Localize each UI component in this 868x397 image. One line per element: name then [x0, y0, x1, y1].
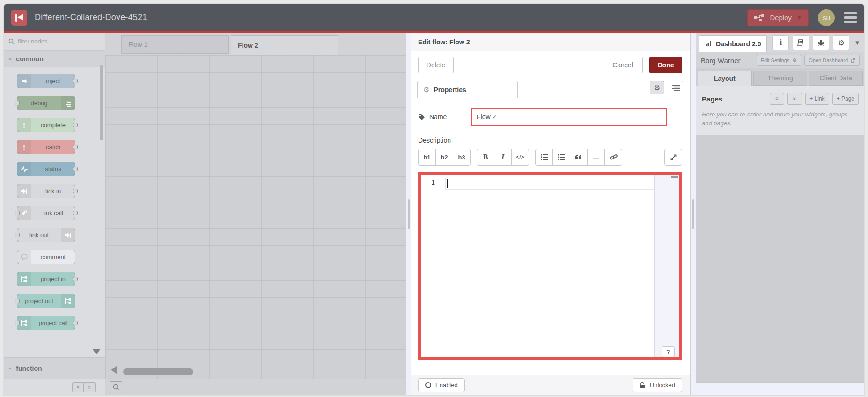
palette-node-project-out[interactable]: project out — [17, 294, 75, 308]
tab-properties[interactable]: ⚙ Properties — [417, 81, 518, 98]
canvas-zoom-button[interactable] — [110, 381, 122, 393]
add-link-button[interactable]: + Link — [805, 93, 829, 105]
status-wave-icon — [17, 162, 31, 176]
italic-button[interactable]: I — [494, 149, 512, 166]
output-port — [73, 321, 78, 325]
chevron-down-icon: › — [7, 58, 14, 60]
list-icon — [672, 85, 680, 91]
input-port — [15, 233, 20, 237]
sidebar-footer — [696, 382, 864, 395]
info-icon: i — [780, 38, 782, 47]
tray-resize-handle[interactable] — [408, 199, 410, 229]
node-red-window: Different-Collared-Dove-4521 Deploy ▼ su… — [4, 4, 864, 395]
info-tab-button[interactable]: i — [772, 35, 789, 50]
collapse-all-categories-button[interactable]: » — [72, 382, 84, 392]
flow-name-input[interactable] — [471, 108, 667, 126]
tray-resize-strip — [406, 33, 411, 395]
quote-icon — [575, 154, 582, 160]
palette-node-link-call[interactable]: link call — [17, 206, 75, 220]
external-link-icon — [851, 58, 855, 63]
help-tab-button[interactable] — [793, 35, 809, 50]
delete-button[interactable]: Delete — [418, 57, 454, 73]
palette-category-function[interactable]: › function — [4, 357, 105, 379]
tab-dashboard-2[interactable]: Dashboard 2.0 — [699, 35, 767, 53]
palette-node-link-out[interactable]: link out — [17, 228, 75, 242]
edit-settings-button[interactable]: Edit Settings ⚙ — [757, 55, 802, 66]
input-port — [15, 211, 20, 215]
workspace-grid[interactable] — [105, 55, 406, 379]
edit-flow-tray: Edit flow: Flow 2 Delete Cancel Done ⚙ P… — [411, 33, 690, 395]
code-button[interactable]: </> — [511, 149, 529, 166]
bold-button[interactable]: B — [477, 149, 494, 166]
palette-node-status[interactable]: status — [17, 162, 75, 176]
tab-flow-1[interactable]: Flow 1 — [121, 35, 229, 54]
tab-client-data[interactable]: Client Data — [809, 71, 863, 86]
user-avatar[interactable]: su — [818, 9, 835, 26]
flow-enabled-toggle[interactable]: Enabled — [418, 378, 465, 392]
horizontal-rule-button[interactable]: — — [587, 149, 605, 166]
tab-theming[interactable]: Theming — [753, 71, 808, 86]
unlocked-icon — [640, 382, 646, 389]
scroll-left-icon[interactable] — [111, 366, 117, 374]
markdown-toolbar: h1 h2 h3 B I </> — [418, 149, 682, 166]
editor-text-area[interactable] — [445, 175, 654, 357]
gear-icon: ⚙ — [792, 58, 797, 64]
open-dashboard-button[interactable]: Open Dashboard — [804, 55, 860, 66]
heading3-button[interactable]: h3 — [453, 149, 471, 166]
ordered-list-button[interactable] — [535, 149, 553, 166]
deploy-caret-icon[interactable]: ▼ — [796, 14, 802, 21]
palette-node-debug[interactable]: debug — [17, 96, 75, 110]
description-label: Description — [418, 137, 682, 144]
add-page-button[interactable]: + Page — [832, 93, 859, 105]
debug-tab-button[interactable] — [813, 35, 829, 50]
name-field-label: Name — [418, 113, 471, 121]
horizontal-scrollbar-thumb[interactable] — [123, 368, 193, 375]
palette-node-project-in[interactable]: project in — [17, 272, 75, 286]
main-menu-icon[interactable] — [844, 12, 857, 23]
sidebar-menu-caret-icon[interactable]: ▼ — [854, 39, 860, 46]
palette-node-complete[interactable]: ! complete — [17, 118, 75, 132]
link-out-icon — [61, 228, 75, 242]
cancel-button[interactable]: Cancel — [603, 57, 643, 73]
palette-node-comment[interactable]: comment — [17, 250, 75, 264]
tab-layout[interactable]: Layout — [698, 71, 752, 86]
palette-scrollbar-thumb[interactable] — [100, 65, 103, 140]
chevron-down-icon: › — [7, 367, 14, 369]
heading1-button[interactable]: h1 — [418, 149, 436, 166]
palette-node-project-call[interactable]: project call — [17, 316, 75, 330]
link-in-icon — [17, 184, 31, 198]
filter-nodes-input[interactable] — [18, 38, 88, 45]
link-button[interactable] — [604, 149, 622, 166]
output-port — [73, 123, 78, 127]
description-list-view-button[interactable] — [669, 81, 683, 94]
expand-all-categories-button[interactable]: » — [84, 382, 96, 392]
output-port — [73, 79, 78, 83]
expand-editor-button[interactable] — [664, 149, 682, 166]
deploy-button[interactable]: Deploy ▼ — [747, 9, 809, 26]
flow-tab-bar: Flow 1 Flow 2 — [105, 33, 406, 55]
palette-node-inject[interactable]: inject — [17, 74, 75, 88]
palette-node-link-in[interactable]: link in — [17, 184, 75, 198]
edit-properties-view-button[interactable]: ⚙ — [650, 81, 664, 94]
move-down-button[interactable]: » — [787, 93, 802, 105]
palette-node-catch[interactable]: ! catch — [17, 140, 75, 154]
unordered-list-button[interactable] — [552, 149, 570, 166]
pages-hint-text: Here you can re-order and move your widg… — [702, 110, 859, 128]
input-port — [15, 321, 20, 325]
chevrons-up-icon: » — [774, 97, 780, 101]
flow-lock-toggle[interactable]: Unlocked — [633, 378, 682, 392]
tray-toolbar: Delete Cancel Done — [411, 51, 690, 79]
chevrons-down-icon: » — [792, 97, 798, 101]
editor-scrollbar-thumb[interactable] — [671, 176, 678, 178]
palette-search[interactable] — [4, 33, 105, 51]
tab-flow-2[interactable]: Flow 2 — [231, 35, 338, 55]
palette-scroll-down-icon[interactable] — [92, 349, 101, 354]
blockquote-button[interactable] — [570, 149, 588, 166]
done-button[interactable]: Done — [649, 57, 682, 73]
editor-help-button[interactable]: ? — [662, 346, 675, 357]
config-tab-button[interactable]: ⚙ — [833, 35, 849, 50]
palette-category-common[interactable]: › common — [4, 51, 105, 67]
sidebar-resize-handle[interactable] — [692, 199, 694, 229]
heading2-button[interactable]: h2 — [435, 149, 453, 166]
move-up-button[interactable]: » — [770, 93, 784, 105]
